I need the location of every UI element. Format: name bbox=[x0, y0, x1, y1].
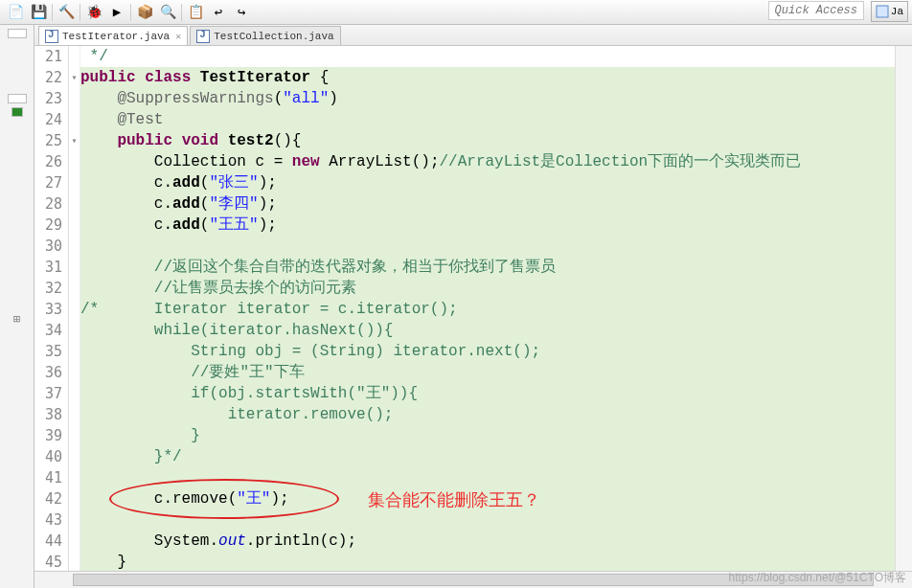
line-number: 42 bbox=[34, 488, 62, 509]
code-line: } bbox=[80, 425, 895, 446]
editor-tab-bar: TestIterator.java ✕ TestCollection.java bbox=[34, 25, 912, 46]
line-number: 26 bbox=[34, 151, 62, 172]
line-number: 41 bbox=[34, 467, 62, 488]
line-number: 24 bbox=[34, 109, 62, 130]
code-line: iterator.remove(); bbox=[80, 404, 895, 425]
code-line: c.add("张三"); bbox=[80, 172, 895, 193]
code-line: public class TestIterator { bbox=[80, 67, 895, 88]
run-icon[interactable]: ▶ bbox=[106, 2, 127, 23]
scrollbar-thumb[interactable] bbox=[73, 574, 874, 586]
code-line: //返回这个集合自带的迭代器对象，相当于你找到了售票员 bbox=[80, 257, 895, 278]
toolbar-icon[interactable]: 📦 bbox=[134, 2, 155, 23]
code-line: /* Iterator iterator = c.iterator(); bbox=[80, 299, 895, 320]
code-line bbox=[80, 467, 895, 488]
code-line: c.add("王五"); bbox=[80, 215, 895, 236]
code-line: c.add("李四"); bbox=[80, 193, 895, 215]
code-line bbox=[80, 236, 895, 257]
line-number: 35 bbox=[34, 341, 62, 362]
line-number: 29 bbox=[34, 215, 62, 236]
overview-ruler[interactable] bbox=[895, 46, 912, 571]
toolbar-icon[interactable]: 📄 bbox=[5, 2, 26, 23]
code-line: }*/ bbox=[80, 446, 895, 467]
line-number: 22 bbox=[34, 67, 62, 88]
line-number: 33 bbox=[34, 299, 62, 320]
horizontal-scrollbar[interactable] bbox=[34, 571, 912, 588]
code-line: c.remove("王"); bbox=[80, 488, 895, 509]
toolbar-icon[interactable]: ↪ bbox=[231, 2, 252, 23]
toolbar-separator bbox=[80, 4, 80, 21]
perspective-button[interactable]: Ja bbox=[871, 1, 908, 22]
code-line: if(obj.startsWith("王")){ bbox=[80, 383, 895, 404]
line-number: 40 bbox=[34, 446, 62, 467]
tab-testiterator[interactable]: TestIterator.java ✕ bbox=[38, 26, 188, 45]
tab-label: TestCollection.java bbox=[214, 31, 333, 42]
sidebar-marker-green bbox=[11, 107, 23, 117]
line-number: 43 bbox=[34, 509, 62, 531]
line-number: 21 bbox=[34, 46, 62, 67]
outline-icon[interactable]: ⊞ bbox=[0, 312, 34, 327]
line-number: 38 bbox=[34, 404, 62, 425]
code-editor[interactable]: 2122232425262728293031323334353637383940… bbox=[34, 46, 912, 571]
toolbar-icon[interactable]: 📋 bbox=[185, 2, 206, 23]
code-line: System.out.println(c); bbox=[80, 531, 895, 552]
line-number-gutter: 2122232425262728293031323334353637383940… bbox=[34, 46, 69, 571]
tab-testcollection[interactable]: TestCollection.java bbox=[190, 26, 340, 45]
line-number: 44 bbox=[34, 531, 62, 552]
code-line: public void test2(){ bbox=[80, 130, 895, 151]
line-number: 28 bbox=[34, 193, 62, 215]
toolbar-separator bbox=[181, 4, 182, 21]
line-number: 36 bbox=[34, 362, 62, 383]
toolbar-icon[interactable]: 🔍 bbox=[157, 2, 178, 23]
line-number: 32 bbox=[34, 278, 62, 299]
sidebar-marker bbox=[8, 94, 27, 103]
code-line: } bbox=[80, 552, 895, 571]
svg-rect-0 bbox=[877, 6, 888, 17]
toolbar-icon[interactable]: ↩ bbox=[208, 2, 229, 23]
line-number: 39 bbox=[34, 425, 62, 446]
tab-label: TestIterator.java bbox=[62, 31, 170, 42]
code-line: //让售票员去挨个的访问元素 bbox=[80, 278, 895, 299]
java-file-icon bbox=[45, 30, 58, 43]
quick-access-input[interactable]: Quick Access bbox=[768, 1, 864, 20]
main-toolbar: 📄 💾 🔨 🐞 ▶ 📦 🔍 📋 ↩ ↪ Quick Access Ja bbox=[0, 0, 912, 25]
line-number: 45 bbox=[34, 552, 62, 571]
code-line: String obj = (String) iterator.next(); bbox=[80, 341, 895, 362]
line-number: 23 bbox=[34, 88, 62, 109]
code-line: */ bbox=[80, 48, 108, 65]
java-file-icon bbox=[196, 30, 210, 43]
code-line bbox=[80, 509, 895, 531]
line-number: 34 bbox=[34, 320, 62, 341]
line-number: 37 bbox=[34, 383, 62, 404]
toolbar-icon[interactable]: 🔨 bbox=[56, 2, 77, 23]
code-line: Collection c = new ArrayList();//ArrayLi… bbox=[80, 151, 895, 172]
perspective-label: Ja bbox=[891, 6, 903, 17]
close-icon[interactable]: ✕ bbox=[175, 31, 181, 42]
line-number: 30 bbox=[34, 236, 62, 257]
line-number: 25 bbox=[34, 130, 62, 151]
line-number: 27 bbox=[34, 172, 62, 193]
code-line: //要姓"王"下车 bbox=[80, 362, 895, 383]
toolbar-icon[interactable]: 💾 bbox=[28, 2, 49, 23]
left-sidebar: ⊞ bbox=[0, 25, 34, 588]
sidebar-marker bbox=[8, 29, 27, 38]
code-line: @SuppressWarnings("all") bbox=[80, 88, 895, 109]
toolbar-separator bbox=[52, 4, 53, 21]
line-number: 31 bbox=[34, 257, 62, 278]
toolbar-icon[interactable]: 🐞 bbox=[83, 2, 104, 23]
code-line: @Test bbox=[80, 109, 895, 130]
toolbar-separator bbox=[130, 4, 131, 21]
fold-column: ▾ ▾ bbox=[69, 46, 80, 571]
code-line: while(iterator.hasNext()){ bbox=[80, 320, 895, 341]
